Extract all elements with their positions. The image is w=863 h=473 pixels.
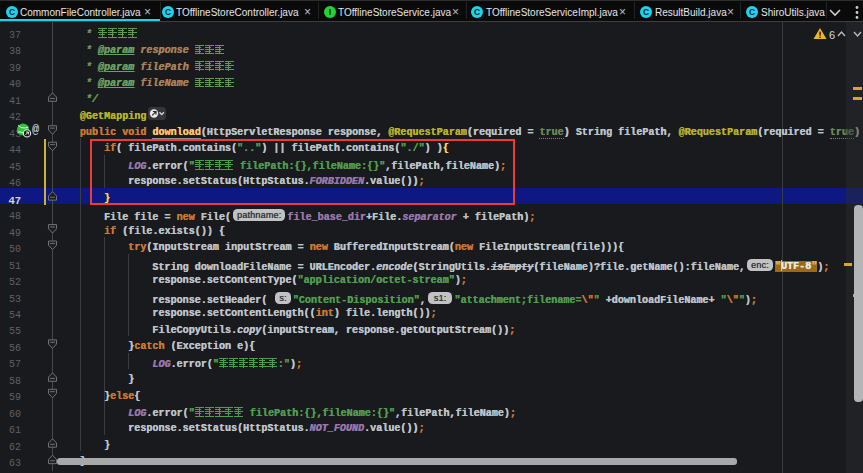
- svg-text:6: 6: [829, 29, 835, 41]
